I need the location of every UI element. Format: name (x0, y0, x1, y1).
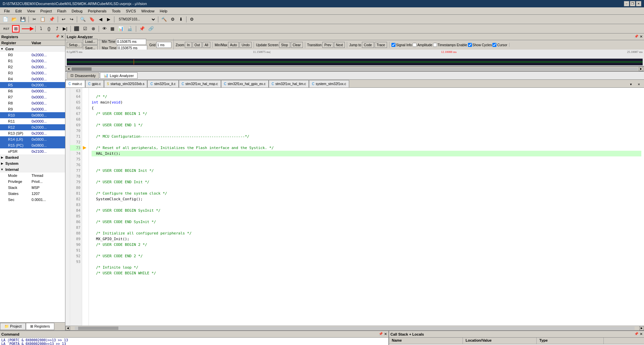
find-button[interactable]: 🔍 (79, 16, 87, 23)
reg-group-internal[interactable]: ▼ Internal (0, 166, 65, 172)
disassembly-subtab[interactable]: ⊡ Disassembly (67, 72, 99, 79)
code-scroll-left[interactable]: ◀ (65, 326, 70, 330)
undo-button[interactable]: ↩ (60, 16, 67, 23)
redo-button[interactable]: ↪ (68, 16, 75, 23)
la-scroll-right[interactable]: ▶ (639, 67, 643, 71)
step-out-button[interactable]: ⤴ (53, 25, 61, 32)
code-tab-startup[interactable]: S startup_stm32f103xb.s (104, 80, 148, 87)
show-next-button[interactable]: ⬛ (72, 25, 81, 32)
la-close-icon[interactable]: ✕ (640, 34, 643, 39)
transition-prev-button[interactable]: Prev (322, 42, 333, 48)
mem-view-btn[interactable]: ▦ (109, 25, 116, 32)
expand-banked-icon[interactable]: ▶ (0, 155, 4, 159)
expand-system-icon[interactable]: ▶ (0, 161, 4, 165)
reg-group-core[interactable]: ▼ Core (0, 46, 65, 52)
prev-bookmark-button[interactable]: ◀ (97, 16, 104, 23)
save-button[interactable]: 💾 (19, 16, 27, 23)
menu-item-project[interactable]: Project (38, 8, 54, 14)
la-pin-icon[interactable]: 📌 (634, 34, 638, 39)
minimize-button[interactable]: – (624, 1, 629, 6)
tabs-close-button[interactable]: ✕ (635, 81, 643, 87)
paste-button[interactable]: 📌 (48, 16, 56, 23)
la-subtab[interactable]: 📊 Logic Analyzer (100, 72, 138, 79)
code-tab-msp[interactable]: C stm32f1xx_hal_msp.c (179, 80, 221, 87)
min-time-input[interactable] (116, 39, 146, 45)
la-setup-button[interactable]: Setup... (67, 42, 82, 48)
code-content[interactable]: /* */ int main(void) { /* USER CODE BEGI… (89, 88, 644, 326)
expand-core-icon[interactable]: ▼ (0, 47, 4, 51)
minmax-undo-button[interactable]: Undo (239, 42, 252, 48)
registers-button[interactable]: ⊞ (12, 25, 19, 32)
kill-all-bp-button[interactable]: ⊗ (90, 25, 97, 32)
registers-close-icon[interactable]: ✕ (61, 34, 64, 39)
zoom-in-button[interactable]: In (185, 42, 192, 48)
next-bookmark-button[interactable]: ▶ (105, 16, 112, 23)
menu-item-help[interactable]: Help (157, 8, 170, 14)
expand-internal-icon[interactable]: ▼ (0, 167, 4, 171)
command-pin-icon[interactable]: 📌 (379, 332, 383, 336)
reg-group-system[interactable]: ▶ System (0, 160, 65, 166)
jumpto-code-button[interactable]: Code (362, 42, 374, 48)
trace-btn[interactable]: 🔬 (126, 25, 134, 32)
code-h-scroll-thumb[interactable] (78, 327, 118, 330)
restore-button[interactable]: ❐ (630, 1, 635, 6)
pin-btn[interactable]: 📌 (138, 25, 146, 32)
code-scroll-right[interactable]: ▶ (639, 326, 644, 330)
signal-info-checkbox[interactable] (391, 43, 395, 47)
command-close-icon[interactable]: ✕ (384, 332, 387, 336)
reset-button[interactable]: RST (1, 25, 11, 32)
code-tab-gpio[interactable]: C gpio.c (85, 80, 104, 87)
show-cycles-checkbox[interactable] (468, 43, 472, 47)
target-select[interactable]: STM32F103... (116, 16, 156, 23)
code-tab-main[interactable]: C main.c (65, 80, 85, 87)
jumpto-trace-button[interactable]: Trace (375, 42, 387, 48)
enable-disable-button[interactable]: ☑ (82, 25, 89, 32)
grid-input[interactable] (156, 42, 171, 48)
minmax-auto-button[interactable]: Auto (228, 42, 239, 48)
menu-item-edit[interactable]: Edit (13, 8, 24, 14)
menu-item-svcs[interactable]: SVCS (123, 8, 139, 14)
menu-item-debug[interactable]: Debug (69, 8, 85, 14)
extern-btn[interactable]: 🔗 (147, 25, 155, 32)
zoom-all-button[interactable]: All (203, 42, 210, 48)
step-into-button[interactable]: {} (45, 25, 53, 32)
watch-btn[interactable]: 👁 (101, 25, 108, 32)
step-over-button[interactable]: ⤵ (37, 25, 45, 32)
code-tab-system[interactable]: C system_stm32f1xx.c (309, 80, 349, 87)
code-tab-tim[interactable]: C stm32f1xx_hal_tim.c (269, 80, 309, 87)
update-clear-button[interactable]: Clear (291, 42, 303, 48)
cut-button[interactable]: ✂ (31, 16, 38, 23)
run-to-cursor-button[interactable]: ▶| (61, 25, 69, 32)
menu-item-peripherals[interactable]: Peripherals (85, 8, 109, 14)
close-button[interactable]: ✕ (636, 1, 641, 6)
settings-button[interactable]: ⚙ (188, 16, 196, 23)
perf-btn[interactable]: 📊 (117, 25, 125, 32)
registers-pin-icon[interactable]: 📌 (55, 34, 59, 39)
amplitude-checkbox[interactable] (413, 43, 417, 47)
cursor-checkbox[interactable] (492, 43, 496, 47)
menu-item-window[interactable]: Window (139, 8, 157, 14)
tabs-dropdown-button[interactable]: ▼ (627, 81, 635, 87)
new-button[interactable]: 📄 (1, 16, 9, 23)
code-tab-it[interactable]: C stm32f1xx_it.c (147, 80, 178, 87)
menu-item-view[interactable]: View (24, 8, 38, 14)
callstack-pin-icon[interactable]: 📌 (634, 332, 638, 336)
reg-group-banked[interactable]: ▶ Banked (0, 154, 65, 160)
menu-item-flash[interactable]: Flash (55, 8, 69, 14)
menu-item-tools[interactable]: Tools (109, 8, 123, 14)
la-scroll-left[interactable]: ◀ (66, 67, 71, 71)
registers-tab[interactable]: ⊞ Registers (26, 323, 54, 330)
copy-button[interactable]: 📋 (39, 16, 47, 23)
project-tab[interactable]: 📁 Project (0, 323, 26, 330)
build-button[interactable]: 🔨 (160, 16, 168, 23)
bookmark-button[interactable]: 🔖 (88, 16, 96, 23)
la-load-button[interactable]: Load... (83, 39, 97, 45)
callstack-close-icon[interactable]: ✕ (640, 332, 643, 336)
la-scroll-thumb[interactable] (71, 67, 92, 71)
update-stop-button[interactable]: Stop (279, 42, 290, 48)
menu-item-file[interactable]: File (1, 8, 13, 14)
rebuild-button[interactable]: ⚙ (169, 16, 176, 23)
code-tab-gpio-ex[interactable]: C stm32f1xx_hal_gpio_ex.c (221, 80, 269, 87)
timestamps-checkbox[interactable] (433, 43, 437, 47)
zoom-out-button[interactable]: Out (193, 42, 202, 48)
